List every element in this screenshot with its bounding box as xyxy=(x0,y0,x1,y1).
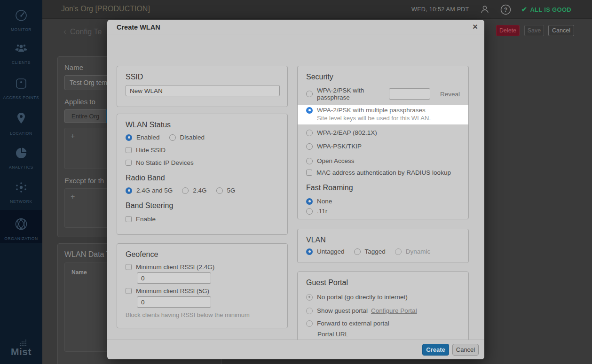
fast-roaming-title: Fast Roaming xyxy=(306,184,460,192)
create-wlan-modal: Create WLAN × SSID WLAN Status Enabled D… xyxy=(107,20,484,359)
delete-button[interactable]: Delete xyxy=(496,25,520,36)
sidebar-item-monitor[interactable]: MONITOR xyxy=(0,8,42,33)
radio-selected-icon[interactable] xyxy=(306,198,313,205)
mist-dots-icon xyxy=(15,339,27,346)
hide-ssid-option[interactable]: Hide SSID xyxy=(126,147,279,154)
breadcrumb-label: Config Te xyxy=(70,28,102,36)
modal-footer: Create Cancel xyxy=(107,340,484,359)
vlan-untagged-option[interactable]: Untagged xyxy=(306,248,345,255)
rssi-24g-option[interactable]: Minimum client RSSI (2.4G) xyxy=(126,263,279,271)
checkbox-icon[interactable] xyxy=(306,170,312,176)
no-static-ip-option[interactable]: No Static IP Devices xyxy=(126,159,279,166)
create-button[interactable]: Create xyxy=(422,344,449,356)
close-icon[interactable]: × xyxy=(473,22,478,32)
radio-icon[interactable] xyxy=(306,158,313,164)
fast-roaming-11r-option[interactable]: .11r xyxy=(306,208,460,215)
band-steering-enable-option[interactable]: Enable xyxy=(126,216,279,223)
guest-portal-section: Guest Portal No portal (go directly to i… xyxy=(297,271,469,340)
band-5g-option[interactable]: 5G xyxy=(216,187,236,194)
radio-icon[interactable] xyxy=(306,143,313,150)
plus-icon[interactable]: + xyxy=(71,193,75,201)
band-24g-option[interactable]: 2.4G xyxy=(182,187,206,194)
help-icon[interactable]: ? xyxy=(500,4,511,15)
band-steering-title: Band Steering xyxy=(126,201,279,210)
radio-disabled-selected-icon[interactable] xyxy=(306,294,313,301)
radio-icon[interactable] xyxy=(306,91,313,97)
checkbox-icon[interactable] xyxy=(126,160,132,166)
rssi-5g-input[interactable] xyxy=(137,296,211,308)
radio-selected-icon[interactable] xyxy=(306,107,313,114)
plus-icon[interactable]: + xyxy=(71,132,75,140)
rssi-5g-option[interactable]: Minimum client RSSI (5G) xyxy=(126,287,279,294)
org-title: Jon's Org [PRODUCTION] xyxy=(61,5,150,13)
no-static-ip-label: No Static IP Devices xyxy=(136,159,194,166)
radio-icon[interactable] xyxy=(306,320,313,327)
tkip-option[interactable]: WPA-PSK/TKIP xyxy=(306,143,460,150)
datetime: WED, 10:52 AM PDT xyxy=(411,6,469,13)
no-portal-option[interactable]: No portal (go directly to internet) xyxy=(306,294,460,301)
save-button[interactable]: Save xyxy=(524,25,544,36)
vlan-dynamic-label: Dynamic xyxy=(406,248,431,255)
status-badge[interactable]: ✔ ALL IS GOOD xyxy=(521,5,571,14)
sidebar-item-access-points[interactable]: ACCESS POINTS xyxy=(0,77,42,101)
fast-roaming-none-option[interactable]: None xyxy=(306,198,460,205)
radio-selected-icon[interactable] xyxy=(306,248,313,255)
passphrase-input[interactable] xyxy=(389,88,430,100)
band-5g-label: 5G xyxy=(227,187,236,194)
access-point-icon xyxy=(14,77,28,91)
status-disabled-option[interactable]: Disabled xyxy=(169,134,205,141)
sidebar-item-location[interactable]: LOCATION xyxy=(0,111,42,137)
page-cancel-button[interactable]: Cancel xyxy=(548,25,574,36)
eap-label: WPA-2/EAP (802.1X) xyxy=(317,129,377,136)
reveal-link[interactable]: Reveal xyxy=(440,91,460,98)
network-icon xyxy=(14,180,28,194)
hide-ssid-label: Hide SSID xyxy=(136,147,166,154)
sidebar-item-clients[interactable]: CLIENTS xyxy=(0,42,42,66)
sidebar-item-organization[interactable]: ORGANIZATION xyxy=(0,210,42,243)
tkip-label: WPA-PSK/TKIP xyxy=(317,143,362,150)
user-icon[interactable] xyxy=(480,4,490,15)
geofence-title: Geofence xyxy=(126,250,279,259)
radio-icon[interactable] xyxy=(306,208,313,215)
entire-org-toggle[interactable]: Entire Org xyxy=(64,109,106,123)
psk-multiple-label: WPA-2/PSK with multiple passphrases xyxy=(317,107,426,114)
band-both-option[interactable]: 2.4G and 5G xyxy=(126,187,173,194)
radio-icon[interactable] xyxy=(306,308,313,314)
open-access-option[interactable]: Open Access xyxy=(306,157,460,164)
disabled-label: Disabled xyxy=(180,134,205,141)
eap-option[interactable]: WPA-2/EAP (802.1X) xyxy=(306,129,460,136)
psk-multiple-option[interactable]: WPA-2/PSK with multiple passphrases xyxy=(306,107,460,114)
ssid-input[interactable] xyxy=(126,85,280,96)
radio-icon[interactable] xyxy=(216,187,223,194)
radio-selected-icon[interactable] xyxy=(126,134,132,141)
radio-icon[interactable] xyxy=(354,248,361,255)
checkbox-icon[interactable] xyxy=(126,288,132,294)
modal-title: Create WLAN xyxy=(117,23,160,31)
radio-icon[interactable] xyxy=(182,187,189,194)
mac-auth-option[interactable]: MAC address authentication by RADIUS loo… xyxy=(306,169,460,176)
forward-portal-option[interactable]: Forward to external portal xyxy=(306,320,460,327)
checkbox-icon[interactable] xyxy=(126,264,132,270)
svg-text:?: ? xyxy=(504,7,507,13)
breadcrumb[interactable]: ‹Config Te xyxy=(63,27,102,37)
vlan-title: VLAN xyxy=(306,236,460,244)
radio-icon[interactable] xyxy=(306,130,313,136)
rssi-24g-input[interactable] xyxy=(137,272,211,284)
vlan-tagged-option[interactable]: Tagged xyxy=(354,248,386,255)
psk-passphrase-option[interactable]: WPA-2/PSK with passphrase Reveal xyxy=(306,87,460,101)
modal-cancel-button[interactable]: Cancel xyxy=(452,344,479,356)
radio-icon[interactable] xyxy=(169,134,176,141)
sidebar-item-analytics[interactable]: ANALYTICS xyxy=(0,146,42,170)
status-enabled-option[interactable]: Enabled xyxy=(126,134,160,141)
checkbox-icon[interactable] xyxy=(126,216,132,222)
radio-selected-icon[interactable] xyxy=(126,187,132,194)
checkbox-icon[interactable] xyxy=(126,147,132,153)
sidebar-item-network[interactable]: NETWORK xyxy=(0,180,42,205)
configure-portal-link[interactable]: Configure Portal xyxy=(371,307,417,314)
band-steering-enable-label: Enable xyxy=(136,216,156,223)
radio-icon[interactable] xyxy=(395,248,402,255)
psk-multiple-note: Site level keys will be used for this WL… xyxy=(317,115,460,122)
vlan-dynamic-option[interactable]: Dynamic xyxy=(395,248,431,255)
show-portal-option[interactable]: Show guest portal Configure Portal xyxy=(306,307,460,314)
band-24g-label: 2.4G xyxy=(193,187,206,194)
